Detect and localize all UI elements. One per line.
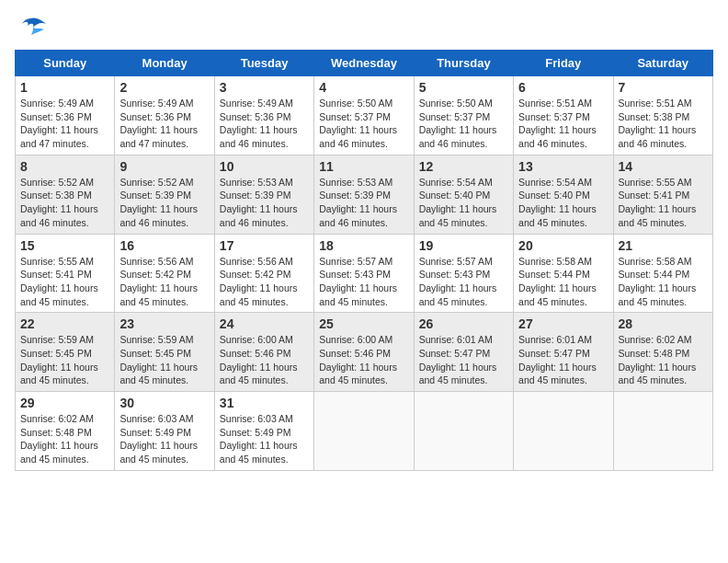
day-number: 29 — [20, 396, 109, 410]
day-info: Sunrise: 5:53 AMSunset: 5:39 PMDaylight:… — [220, 176, 309, 230]
calendar-cell: 6Sunrise: 5:51 AMSunset: 5:37 PMDaylight… — [514, 76, 613, 155]
day-info: Sunrise: 6:02 AMSunset: 5:48 PMDaylight:… — [20, 412, 109, 466]
calendar-cell: 20Sunrise: 5:58 AMSunset: 5:44 PMDayligh… — [514, 234, 613, 313]
day-number: 1 — [20, 80, 109, 95]
day-info: Sunrise: 5:49 AMSunset: 5:36 PMDaylight:… — [119, 97, 209, 151]
day-info: Sunrise: 5:51 AMSunset: 5:37 PMDaylight:… — [518, 97, 608, 151]
day-number: 31 — [220, 396, 309, 410]
page-header — [15, 15, 713, 42]
day-info: Sunrise: 5:59 AMSunset: 5:45 PMDaylight:… — [20, 333, 109, 387]
weekday-header-row: SundayMondayTuesdayWednesdayThursdayFrid… — [16, 51, 713, 76]
day-info: Sunrise: 5:53 AMSunset: 5:39 PMDaylight:… — [319, 176, 408, 230]
day-info: Sunrise: 5:49 AMSunset: 5:36 PMDaylight:… — [220, 97, 309, 151]
day-info: Sunrise: 5:50 AMSunset: 5:37 PMDaylight:… — [319, 97, 408, 151]
day-number: 22 — [20, 316, 109, 331]
calendar-cell: 25Sunrise: 6:00 AMSunset: 5:46 PMDayligh… — [314, 313, 414, 392]
calendar-cell: 19Sunrise: 5:57 AMSunset: 5:43 PMDayligh… — [414, 234, 513, 313]
day-number: 6 — [518, 80, 608, 95]
day-info: Sunrise: 5:59 AMSunset: 5:45 PMDaylight:… — [119, 333, 209, 387]
day-number: 4 — [319, 80, 408, 95]
day-info: Sunrise: 5:51 AMSunset: 5:38 PMDaylight:… — [619, 97, 708, 151]
day-number: 19 — [419, 238, 508, 253]
day-number: 9 — [119, 159, 209, 174]
calendar-cell: 28Sunrise: 6:02 AMSunset: 5:48 PMDayligh… — [613, 313, 712, 392]
day-number: 3 — [220, 80, 309, 95]
day-info: Sunrise: 5:50 AMSunset: 5:37 PMDaylight:… — [419, 97, 508, 151]
day-number: 14 — [619, 159, 708, 174]
day-number: 21 — [619, 238, 708, 253]
day-number: 7 — [619, 80, 708, 95]
day-info: Sunrise: 5:49 AMSunset: 5:36 PMDaylight:… — [20, 97, 109, 151]
calendar-cell: 16Sunrise: 5:56 AMSunset: 5:42 PMDayligh… — [115, 234, 214, 313]
weekday-header-monday: Monday — [115, 51, 214, 76]
weekday-header-thursday: Thursday — [414, 51, 513, 76]
calendar-week-row: 8Sunrise: 5:52 AMSunset: 5:38 PMDaylight… — [16, 155, 713, 234]
calendar-cell: 30Sunrise: 6:03 AMSunset: 5:49 PMDayligh… — [115, 392, 214, 471]
day-info: Sunrise: 6:02 AMSunset: 5:48 PMDaylight:… — [619, 333, 708, 387]
day-number: 23 — [119, 316, 209, 331]
day-info: Sunrise: 5:52 AMSunset: 5:39 PMDaylight:… — [119, 176, 209, 230]
day-number: 27 — [518, 316, 608, 331]
day-info: Sunrise: 6:00 AMSunset: 5:46 PMDaylight:… — [319, 333, 408, 387]
calendar-cell: 24Sunrise: 6:00 AMSunset: 5:46 PMDayligh… — [214, 313, 313, 392]
calendar-cell: 23Sunrise: 5:59 AMSunset: 5:45 PMDayligh… — [115, 313, 214, 392]
calendar-week-row: 15Sunrise: 5:55 AMSunset: 5:41 PMDayligh… — [16, 234, 713, 313]
calendar-cell: 14Sunrise: 5:55 AMSunset: 5:41 PMDayligh… — [613, 155, 712, 234]
calendar-week-row: 22Sunrise: 5:59 AMSunset: 5:45 PMDayligh… — [16, 313, 713, 392]
calendar-cell: 10Sunrise: 5:53 AMSunset: 5:39 PMDayligh… — [214, 155, 313, 234]
day-number: 30 — [119, 396, 209, 410]
day-info: Sunrise: 6:01 AMSunset: 5:47 PMDaylight:… — [419, 333, 508, 387]
calendar-cell — [514, 392, 613, 471]
weekday-header-sunday: Sunday — [16, 51, 115, 76]
day-number: 17 — [220, 238, 309, 253]
logo-icon — [15, 15, 48, 42]
day-number: 13 — [518, 159, 608, 174]
day-info: Sunrise: 6:03 AMSunset: 5:49 PMDaylight:… — [220, 412, 309, 466]
calendar-week-row: 29Sunrise: 6:02 AMSunset: 5:48 PMDayligh… — [16, 392, 713, 471]
calendar-cell — [414, 392, 513, 471]
calendar-cell: 13Sunrise: 5:54 AMSunset: 5:40 PMDayligh… — [514, 155, 613, 234]
day-number: 5 — [419, 80, 508, 95]
calendar-cell: 1Sunrise: 5:49 AMSunset: 5:36 PMDaylight… — [16, 76, 115, 155]
calendar-cell: 3Sunrise: 5:49 AMSunset: 5:36 PMDaylight… — [214, 76, 313, 155]
day-number: 12 — [419, 159, 508, 174]
day-number: 2 — [119, 80, 209, 95]
day-number: 10 — [220, 159, 309, 174]
calendar-cell: 4Sunrise: 5:50 AMSunset: 5:37 PMDaylight… — [314, 76, 414, 155]
day-info: Sunrise: 6:01 AMSunset: 5:47 PMDaylight:… — [518, 333, 608, 387]
day-number: 20 — [518, 238, 608, 253]
calendar-cell: 7Sunrise: 5:51 AMSunset: 5:38 PMDaylight… — [613, 76, 712, 155]
day-number: 8 — [20, 159, 109, 174]
calendar-cell: 12Sunrise: 5:54 AMSunset: 5:40 PMDayligh… — [414, 155, 513, 234]
day-info: Sunrise: 6:00 AMSunset: 5:46 PMDaylight:… — [220, 333, 309, 387]
calendar-cell: 11Sunrise: 5:53 AMSunset: 5:39 PMDayligh… — [314, 155, 414, 234]
calendar-cell: 8Sunrise: 5:52 AMSunset: 5:38 PMDaylight… — [16, 155, 115, 234]
day-info: Sunrise: 6:03 AMSunset: 5:49 PMDaylight:… — [119, 412, 209, 466]
weekday-header-friday: Friday — [514, 51, 613, 76]
weekday-header-tuesday: Tuesday — [214, 51, 313, 76]
calendar-week-row: 1Sunrise: 5:49 AMSunset: 5:36 PMDaylight… — [16, 76, 713, 155]
day-info: Sunrise: 5:55 AMSunset: 5:41 PMDaylight:… — [619, 176, 708, 230]
day-info: Sunrise: 5:58 AMSunset: 5:44 PMDaylight:… — [619, 255, 708, 309]
calendar-cell: 22Sunrise: 5:59 AMSunset: 5:45 PMDayligh… — [16, 313, 115, 392]
day-info: Sunrise: 5:55 AMSunset: 5:41 PMDaylight:… — [20, 255, 109, 309]
calendar-cell: 26Sunrise: 6:01 AMSunset: 5:47 PMDayligh… — [414, 313, 513, 392]
calendar-cell — [613, 392, 712, 471]
day-info: Sunrise: 5:54 AMSunset: 5:40 PMDaylight:… — [419, 176, 508, 230]
day-info: Sunrise: 5:57 AMSunset: 5:43 PMDaylight:… — [419, 255, 508, 309]
calendar-cell: 15Sunrise: 5:55 AMSunset: 5:41 PMDayligh… — [16, 234, 115, 313]
day-info: Sunrise: 5:56 AMSunset: 5:42 PMDaylight:… — [119, 255, 209, 309]
day-number: 28 — [619, 316, 708, 331]
logo — [15, 15, 51, 42]
calendar-cell: 5Sunrise: 5:50 AMSunset: 5:37 PMDaylight… — [414, 76, 513, 155]
calendar-table: SundayMondayTuesdayWednesdayThursdayFrid… — [15, 50, 713, 471]
weekday-header-saturday: Saturday — [613, 51, 712, 76]
day-info: Sunrise: 5:57 AMSunset: 5:43 PMDaylight:… — [319, 255, 408, 309]
calendar-cell: 18Sunrise: 5:57 AMSunset: 5:43 PMDayligh… — [314, 234, 414, 313]
day-number: 24 — [220, 316, 309, 331]
calendar-cell: 17Sunrise: 5:56 AMSunset: 5:42 PMDayligh… — [214, 234, 313, 313]
weekday-header-wednesday: Wednesday — [314, 51, 414, 76]
day-number: 15 — [20, 238, 109, 253]
day-number: 25 — [319, 316, 408, 331]
day-info: Sunrise: 5:58 AMSunset: 5:44 PMDaylight:… — [518, 255, 608, 309]
